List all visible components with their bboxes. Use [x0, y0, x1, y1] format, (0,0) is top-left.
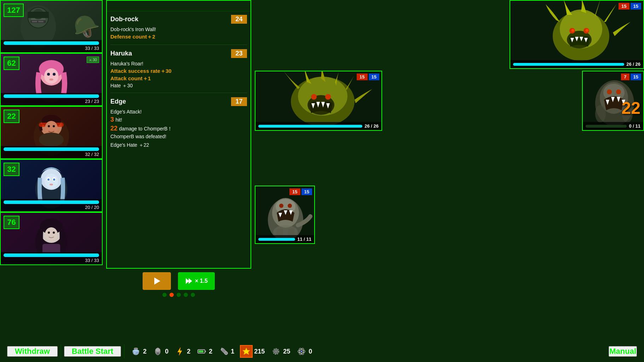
battle-log-panel: Dob-rock 24 Dob-rock's Iron Wall! Defens…: [106, 0, 251, 269]
enemy-hp-mid-left: 26 / 26: [255, 122, 381, 130]
enemy-card-top-right[interactable]: 15 15 26 / 26: [510, 0, 644, 69]
character-card-2[interactable]: 22 32 / 32: [0, 106, 103, 159]
character-level-3: 32: [4, 163, 19, 176]
manual-button[interactable]: Manual: [609, 346, 637, 357]
character-card-4[interactable]: 76 33 / 33: [0, 212, 103, 265]
fast-play-label: × 1.5: [195, 278, 208, 284]
progress-dots: [162, 293, 195, 297]
enemy-card-mid-right[interactable]: 22 7 15 0 / 11: [582, 71, 644, 131]
battle-log-area: Dob-rock 24 Dob-rock's Iron Wall! Defens…: [107, 11, 251, 268]
dot-4: [191, 293, 195, 297]
svg-point-90: [134, 352, 136, 354]
resource-star: 215: [237, 345, 268, 358]
enemy-hp-mid-right: 0 / 11: [583, 122, 643, 130]
log-orange-damage: 22: [110, 125, 117, 132]
enemy-defeat-number: 22: [622, 98, 640, 118]
enemy-hp-bottom: 11 / 11: [255, 235, 314, 243]
enemy-portrait-top-right: 15 15 26 / 26: [510, 1, 643, 68]
divider-2: [124, 344, 125, 358]
svg-point-74: [595, 105, 606, 123]
bullet-icon: [152, 346, 163, 357]
enemy-portrait-mid-left: 15 15 26 / 26: [255, 71, 381, 130]
resource-atom: 0: [293, 346, 315, 357]
svg-point-14: [53, 73, 56, 76]
resource-count-bullet: 0: [165, 348, 168, 355]
resource-lightning: 2: [171, 346, 193, 357]
svg-point-13: [47, 73, 50, 76]
enemy-portrait-mid-right: 22 7 15 0 / 11: [583, 71, 643, 130]
enemy-stat-blue-top-right: 15: [631, 3, 641, 10]
wrench-icon: [218, 346, 229, 357]
character-hp-1: 23 / 23: [4, 99, 99, 104]
character-card-1[interactable]: 62 ⚔ 30 23 / 23: [0, 53, 103, 106]
svg-point-53: [586, 29, 588, 32]
svg-marker-41: [189, 278, 192, 284]
log-action-1: Haruka's Roar!: [110, 61, 247, 66]
withdraw-button[interactable]: Withdraw: [7, 346, 58, 357]
dot-1: [169, 293, 174, 297]
battle-start-button[interactable]: Battle Start: [64, 346, 121, 357]
log-effect-hit: 3 hit!: [110, 116, 247, 123]
log-entry-1: Haruka 23 Haruka's Roar! Attack success …: [110, 49, 247, 93]
svg-point-12: [44, 68, 58, 84]
resource-wrench: 1: [215, 346, 237, 357]
character-level-0: 127: [4, 4, 24, 17]
svg-point-30: [53, 179, 55, 181]
log-damage-text: damage to ChomperB！: [119, 126, 172, 132]
enemy-stats-bottom: 15 15: [289, 188, 312, 195]
svg-point-103: [275, 350, 277, 352]
log-char-name-1: Haruka: [110, 50, 132, 57]
log-effect-0-0: Defense count＋2: [110, 34, 247, 40]
character-badge-1: ⚔ 30: [87, 57, 99, 63]
gear-icon: [270, 346, 282, 357]
resource-count-wrench: 1: [231, 348, 234, 355]
svg-point-26: [45, 174, 58, 188]
resource-count-potion: 2: [143, 348, 146, 355]
log-char-number-1: 23: [231, 49, 247, 58]
svg-point-31: [50, 184, 53, 186]
bottom-bar: Withdraw Battle Start 2 0: [0, 341, 644, 362]
resource-gear: 25: [268, 346, 293, 357]
enemy-hp-top-right: 26 / 26: [510, 60, 643, 68]
controls-bar: × 1.5: [106, 269, 251, 300]
svg-point-21: [48, 125, 50, 127]
svg-marker-39: [154, 278, 160, 285]
potion-icon: [130, 346, 142, 357]
log-defeated: ChomperB was defeated!: [110, 134, 247, 139]
enemy-stats-mid-left: 15 15: [357, 74, 379, 80]
svg-point-84: [288, 204, 292, 208]
svg-point-63: [325, 94, 331, 100]
enemy-stat-blue-mid-right: 15: [631, 74, 641, 80]
log-effect-1-2: Hate ＋30: [110, 83, 247, 89]
svg-point-73: [616, 89, 621, 94]
enemy-stats-mid-right: 7 15: [621, 74, 641, 80]
dot-0: [162, 293, 167, 297]
fast-play-button[interactable]: × 1.5: [178, 272, 215, 290]
enemy-hp-text-top-right: 26 / 26: [626, 62, 640, 67]
enemy-card-bottom[interactable]: 15 15 11 / 11: [255, 186, 315, 244]
svg-rect-96: [205, 351, 206, 352]
log-orange-hit: 3: [110, 116, 114, 123]
star-icon: [240, 345, 253, 358]
enemy-portrait-bottom: 15 15 11 / 11: [255, 186, 314, 243]
enemy-hp-text-bottom: 11 / 11: [297, 237, 311, 242]
control-buttons: × 1.5: [143, 272, 215, 290]
enemy-stat-red-mid-left: 15: [357, 74, 367, 80]
svg-point-72: [607, 89, 612, 94]
svg-rect-5: [28, 12, 49, 18]
battery-icon: [196, 346, 207, 357]
svg-point-23: [39, 133, 64, 147]
character-hp-3: 20 / 20: [4, 205, 99, 210]
enemy-hp-text-mid-right: 0 / 11: [629, 123, 640, 129]
character-hp-4: 33 / 33: [4, 258, 99, 263]
character-card-0[interactable]: 127 33 / 33: [0, 0, 103, 53]
svg-point-93: [156, 352, 159, 355]
atom-icon: [296, 346, 307, 357]
svg-point-89: [133, 350, 139, 352]
resource-count-gear: 25: [283, 348, 290, 355]
character-card-3[interactable]: 32 20 / 20: [0, 159, 103, 212]
play-button[interactable]: [143, 272, 171, 290]
enemy-stat-red-mid-right: 7: [621, 74, 629, 80]
svg-point-22: [53, 125, 55, 127]
enemy-card-mid-left[interactable]: 15 15 26 / 26: [255, 71, 382, 131]
